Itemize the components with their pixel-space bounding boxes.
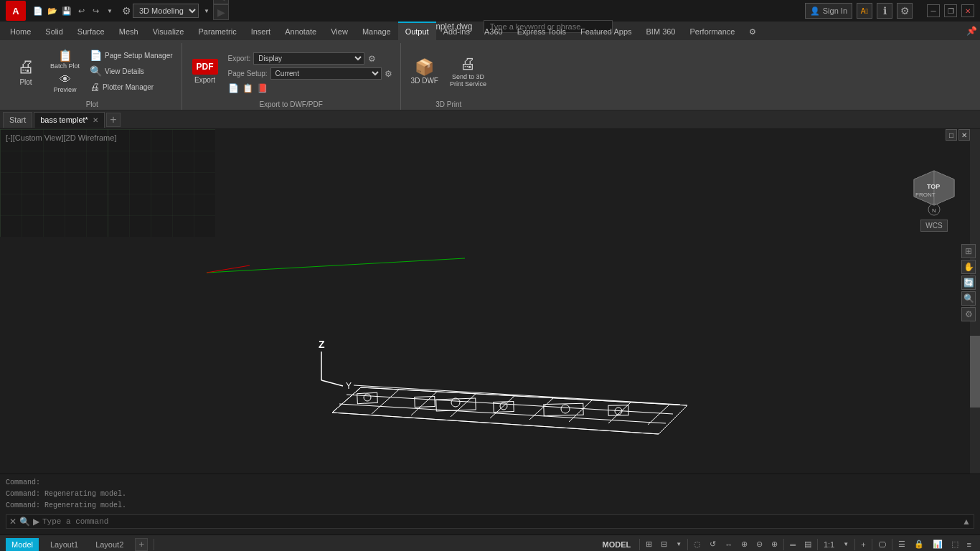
- view-details-icon: 🔍: [90, 65, 102, 77]
- viewcube[interactable]: .vc-face{stroke:#777;stroke-width:1;curs…: [905, 165, 963, 237]
- ortho-btn[interactable]: ◌: [691, 538, 704, 550]
- export-icon2[interactable]: 📋: [242, 83, 254, 94]
- workspace-settings-btn[interactable]: ☰: [895, 538, 908, 550]
- restore-btn[interactable]: ❐: [944, 4, 957, 17]
- 3d-dwf-btn[interactable]: 📦 3D DWF: [407, 46, 443, 96]
- tab-start[interactable]: Start: [3, 112, 32, 128]
- tab-manage[interactable]: Manage: [355, 22, 398, 40]
- polar-btn[interactable]: ↺: [707, 538, 719, 550]
- minimize-btn[interactable]: ─: [927, 4, 940, 17]
- tab-a360[interactable]: A360: [477, 22, 510, 40]
- nav-forward-btn[interactable]: ▶: [213, 4, 229, 20]
- view-settings-btn[interactable]: ⚙: [961, 307, 976, 321]
- vp-maximize-btn[interactable]: □: [946, 129, 957, 141]
- redo-btn[interactable]: ↪: [89, 4, 102, 17]
- command-input[interactable]: [42, 517, 959, 526]
- tab-bim360[interactable]: BIM 360: [639, 22, 683, 40]
- tab-featured-apps[interactable]: Featured Apps: [573, 22, 639, 40]
- export-pdf-btn[interactable]: PDF Export: [188, 46, 222, 96]
- orbit-btn[interactable]: 🔄: [961, 276, 976, 290]
- app-logo[interactable]: A: [6, 1, 26, 21]
- preview-button[interactable]: 👁 Preview: [46, 72, 84, 95]
- setup-config-btn[interactable]: ⚙: [383, 68, 395, 80]
- close-btn[interactable]: ✕: [961, 4, 974, 17]
- qa-dropdown-btn[interactable]: ▼: [103, 4, 116, 17]
- isnap-btn[interactable]: ↔: [722, 539, 735, 550]
- status-tab-model[interactable]: Model: [6, 538, 39, 551]
- pan-btn[interactable]: ✋: [961, 260, 976, 274]
- tab-annotate[interactable]: Annotate: [278, 22, 324, 40]
- tab-surface[interactable]: Surface: [70, 22, 112, 40]
- scrollbar-thumb[interactable]: [970, 336, 980, 408]
- cmd-close-btn[interactable]: ✕: [9, 517, 17, 527]
- page-setup-icon: 📄: [90, 50, 102, 61]
- plotter-manager-btn[interactable]: 🖨 Plotter Manager: [87, 80, 176, 94]
- tab-performance[interactable]: Performance: [682, 22, 742, 40]
- export-icon1[interactable]: 📄: [228, 83, 240, 94]
- isolate-objects-btn[interactable]: 🔒: [911, 538, 927, 550]
- customize-btn[interactable]: ≡: [964, 539, 974, 550]
- grid-display-btn[interactable]: ⊞: [643, 538, 655, 550]
- tab-settings[interactable]: ⚙: [742, 22, 763, 40]
- workspace-dropdown-arrow[interactable]: ▼: [200, 4, 213, 17]
- new-file-btn[interactable]: 📄: [32, 4, 44, 17]
- cmd-search-btn[interactable]: 🔍: [19, 517, 30, 527]
- zoom-btn[interactable]: 🔍: [961, 291, 976, 306]
- otrack-btn[interactable]: ⊝: [753, 538, 765, 550]
- osnap-btn[interactable]: ⊕: [738, 538, 750, 550]
- cmd-dropdown-btn[interactable]: ▶: [33, 517, 39, 527]
- send-3d-print-btn[interactable]: 🖨 Send to 3DPrint Service: [446, 46, 491, 96]
- zoom-extents-btn[interactable]: ⊞: [961, 244, 976, 258]
- save-btn[interactable]: 💾: [60, 4, 73, 17]
- export-icon3[interactable]: 📕: [257, 83, 268, 94]
- batch-plot-button[interactable]: 📋 Batch Plot: [46, 47, 84, 70]
- view-details-btn[interactable]: 🔍 View Details: [87, 64, 176, 78]
- export-display-select[interactable]: Display: [253, 52, 364, 65]
- annotation-scale-btn[interactable]: 🖵: [875, 539, 889, 550]
- tab-home[interactable]: Home: [3, 22, 38, 40]
- tab-parametric[interactable]: Parametric: [191, 22, 243, 40]
- scale-dropdown-btn[interactable]: ▼: [840, 540, 852, 549]
- cmd-line-1: Command:: [6, 477, 974, 489]
- tab-mesh[interactable]: Mesh: [112, 22, 146, 40]
- workspace-btn[interactable]: +: [858, 539, 868, 550]
- transparency-btn[interactable]: ▤: [801, 538, 814, 550]
- clean-screen-btn[interactable]: ⬚: [948, 538, 961, 550]
- ribbon-pin-icon[interactable]: 📌: [966, 26, 977, 36]
- tab-visualize[interactable]: Visualize: [146, 22, 192, 40]
- undo-btn[interactable]: ↩: [75, 4, 88, 17]
- scale-btn[interactable]: 1:1: [821, 539, 837, 550]
- workspace-selector[interactable]: 3D Modeling: [133, 4, 199, 18]
- setup-label: Page Setup:: [228, 70, 268, 77]
- snap-btn[interactable]: ⊟: [658, 538, 670, 550]
- tab-addins[interactable]: Add-ins: [436, 22, 477, 40]
- tab-express-tools[interactable]: Express Tools: [510, 22, 573, 40]
- wcs-label[interactable]: WCS: [920, 220, 947, 232]
- export-config-btn[interactable]: ⚙: [366, 53, 377, 65]
- graphics-perf-btn[interactable]: 📊: [930, 538, 946, 550]
- open-file-btn[interactable]: 📂: [46, 4, 59, 17]
- tab-bass-templet[interactable]: bass templet* ✕: [34, 112, 105, 128]
- new-tab-btn[interactable]: +: [106, 113, 121, 127]
- status-tab-layout1[interactable]: Layout1: [44, 538, 84, 551]
- page-setup-select[interactable]: Current: [270, 67, 382, 80]
- lineweight-btn[interactable]: ═: [787, 539, 798, 550]
- tab-solid[interactable]: Solid: [38, 22, 70, 40]
- status-tab-layout2[interactable]: Layout2: [90, 538, 129, 551]
- ducs-btn[interactable]: ⊕: [768, 538, 781, 550]
- help-user-btn[interactable]: 👤 Sign In: [805, 3, 852, 19]
- settings-icon[interactable]: ⚙: [897, 3, 913, 19]
- snap-dropdown-btn[interactable]: ▼: [673, 540, 684, 549]
- tab-insert[interactable]: Insert: [244, 22, 278, 40]
- page-setup-manager-btn[interactable]: 📄 Page Setup Manager: [87, 48, 176, 62]
- tab-output[interactable]: Output: [398, 22, 436, 40]
- new-layout-btn[interactable]: +: [135, 538, 148, 551]
- cmd-scroll-btn[interactable]: ▲: [962, 517, 971, 527]
- vp-close-btn[interactable]: ✕: [958, 129, 970, 141]
- viewcube-cube[interactable]: .vc-face{stroke:#777;stroke-width:1;curs…: [908, 165, 960, 217]
- info-icon[interactable]: ℹ: [877, 3, 892, 19]
- tab-view[interactable]: View: [324, 22, 355, 40]
- autodesk-logo[interactable]: A⃝: [857, 3, 872, 19]
- close-tab-btn[interactable]: ✕: [93, 116, 98, 124]
- plot-button[interactable]: 🖨 Plot: [9, 46, 43, 96]
